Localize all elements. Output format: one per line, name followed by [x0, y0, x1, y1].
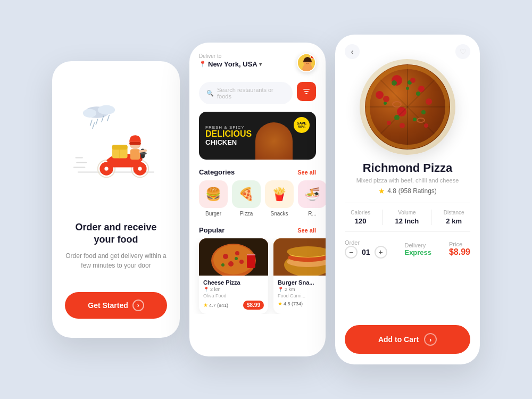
banner-save-badge: SAVE 50% [294, 117, 310, 133]
popular-see-all[interactable]: See all [297, 227, 316, 234]
get-started-arrow-icon: › [132, 300, 144, 311]
ramen-label: R... [308, 211, 317, 217]
calories-label: Calories [351, 210, 370, 215]
svg-point-63 [394, 115, 400, 120]
add-to-cart-button[interactable]: Add to Cart › [345, 325, 470, 354]
pizza-visual [365, 64, 450, 149]
category-burger[interactable]: 🍔 Burger [199, 180, 228, 217]
banner-food-image [255, 122, 293, 160]
quantity-value: 01 [362, 248, 370, 256]
popular-row: Cheese Pizza 📍 2 km Oliva Food ★ 4.7 (94… [189, 238, 326, 314]
scooter-svg [68, 93, 164, 189]
svg-point-40 [239, 260, 244, 264]
distance-pin-icon-2: 📍 [278, 287, 284, 292]
svg-rect-45 [247, 254, 255, 255]
category-snacks[interactable]: 🍟 Snacks [265, 180, 294, 217]
filter-icon [302, 87, 311, 96]
category-pizza[interactable]: 🍕 Pizza [232, 180, 261, 217]
category-ramen[interactable]: 🍜 R... [298, 180, 326, 217]
svg-line-3 [90, 120, 92, 126]
food-card-1-distance-text: 2 km [210, 287, 221, 292]
svg-point-39 [228, 261, 234, 267]
svg-line-6 [107, 115, 110, 121]
banner-main-label: DELICIOUS [205, 130, 252, 138]
favorite-button[interactable]: ♡ [455, 44, 470, 59]
food-card-2[interactable]: Burger Sna... 📍 2 km Food Carni... ★ 4.5… [273, 238, 326, 314]
onboarding-screen: Order and receive your food Order food a… [52, 61, 180, 338]
delivery-section: Delivery Express [404, 242, 431, 256]
svg-rect-19 [139, 153, 146, 155]
pizza-icon-bg: 🍕 [232, 180, 261, 208]
order-label: Order [345, 239, 387, 246]
rating-star-icon: ★ [378, 187, 385, 195]
get-started-label: Get Started [88, 301, 128, 310]
svg-point-42 [235, 257, 238, 260]
categories-see-all[interactable]: See all [297, 169, 316, 176]
pizza-title: Richmond Pizza [345, 161, 470, 175]
onboarding-headline: Order and receive your food [65, 221, 167, 246]
delivery-value: Express [404, 248, 431, 256]
pizza-rating-row: ★ 4.8 (958 Ratings) [345, 187, 470, 195]
location-display[interactable]: 📍 New York, USA ▾ [199, 60, 262, 68]
user-avatar[interactable] [297, 53, 316, 72]
burger-card-svg [273, 238, 326, 276]
svg-rect-24 [129, 142, 141, 145]
categories-section-header: Categories See all [189, 163, 326, 180]
nutrition-row: Calories 120 Volume 12 Inch Distance 2 k… [345, 203, 470, 232]
svg-point-65 [406, 87, 409, 90]
food-card-1-restaurant: Oliva Food [203, 293, 264, 298]
svg-point-62 [416, 92, 420, 96]
rating-value: 4.8 [387, 187, 396, 195]
quantity-control: − 01 + [345, 246, 387, 259]
pizza-card-svg [199, 238, 268, 276]
search-input[interactable]: 🔍 Search restaurants or foods [199, 82, 293, 104]
burger-snack-image [273, 238, 326, 276]
location-text: New York, USA [208, 60, 257, 68]
svg-point-38 [235, 251, 239, 255]
location-block: Deliver to 📍 New York, USA ▾ [199, 53, 262, 68]
divider-2 [431, 210, 431, 225]
order-section: Order − 01 + [345, 239, 387, 259]
search-placeholder: Search restaurants or foods [217, 87, 285, 99]
notification-dot [310, 54, 315, 59]
get-started-button[interactable]: Get Started › [65, 292, 167, 319]
food-card-1-distance: 📍 2 km [203, 287, 264, 292]
food-card-2-name: Burger Sna... [278, 279, 326, 286]
food-card-2-restaurant: Food Carni... [278, 293, 326, 298]
pizza-description: Mixed pizza with beef, chilli and cheese [345, 177, 470, 184]
filter-button[interactable] [297, 82, 316, 101]
detail-header: ‹ ♡ [335, 35, 480, 59]
detail-content: Richmond Pizza Mixed pizza with beef, ch… [335, 155, 480, 325]
svg-line-7 [93, 123, 95, 129]
food-card-2-body: Burger Sna... 📍 2 km Food Carni... ★ 4.5… [273, 276, 326, 311]
delivery-illustration [68, 82, 164, 200]
cheese-pizza-image [199, 238, 268, 276]
add-to-cart-arrow-icon: › [424, 333, 437, 346]
home-header: Deliver to 📍 New York, USA ▾ [189, 43, 326, 78]
star-icon-2: ★ [278, 301, 282, 306]
svg-point-37 [223, 254, 228, 259]
back-button[interactable]: ‹ [345, 44, 360, 59]
add-to-cart-label: Add to Cart [378, 335, 419, 344]
deliver-to-label: Deliver to [199, 53, 262, 59]
svg-point-70 [387, 121, 391, 125]
food-card-2-footer: ★ 4.5 (734) [278, 301, 326, 306]
svg-point-61 [392, 80, 397, 86]
quantity-decrease-button[interactable]: − [345, 246, 358, 259]
food-card-1[interactable]: Cheese Pizza 📍 2 km Oliva Food ★ 4.7 (94… [199, 238, 268, 314]
banner-sub-label: CHICKEN [205, 138, 252, 146]
food-card-2-rating: ★ 4.5 (734) [278, 301, 303, 306]
distance-label: Distance [444, 210, 464, 215]
svg-rect-32 [304, 91, 309, 92]
food-card-1-rating: ★ 4.7 (941) [203, 302, 228, 308]
onboarding-text-block: Order and receive your food Order food a… [65, 221, 167, 271]
calories-value: 120 [351, 217, 370, 225]
food-card-1-footer: ★ 4.7 (941) $8.99 [203, 301, 264, 310]
svg-line-58 [378, 107, 408, 137]
quantity-increase-button[interactable]: + [375, 246, 387, 259]
svg-rect-31 [303, 89, 310, 90]
food-card-2-distance: 📍 2 km [278, 287, 326, 292]
svg-point-66 [383, 96, 389, 102]
banner-text: FRESH & SPICY DELICIOUS CHICKEN [205, 125, 252, 146]
promo-banner[interactable]: FRESH & SPICY DELICIOUS CHICKEN SAVE 50% [199, 112, 316, 160]
